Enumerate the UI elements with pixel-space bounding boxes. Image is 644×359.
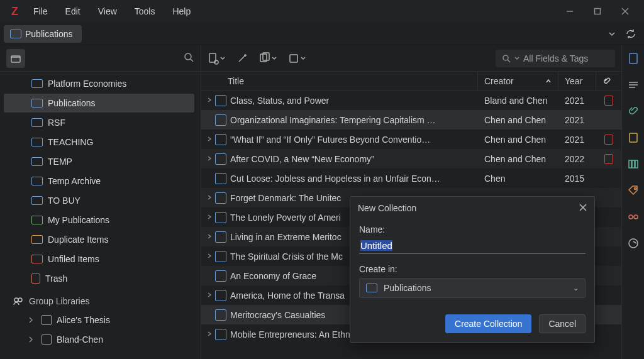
- sidebar-item[interactable]: Unfiled Items: [4, 250, 194, 268]
- svg-point-5: [185, 53, 191, 60]
- sidebar-item-label: TO BUY: [48, 196, 80, 206]
- new-item-icon[interactable]: [208, 52, 225, 65]
- abstract-icon[interactable]: [626, 78, 640, 92]
- svg-point-29: [634, 215, 638, 219]
- expand-chevron-icon[interactable]: [205, 136, 214, 143]
- menu-tools[interactable]: Tools: [126, 0, 164, 23]
- column-title[interactable]: Title: [201, 72, 478, 90]
- folder-icon: [31, 118, 43, 127]
- expand-chevron-icon[interactable]: [205, 214, 214, 221]
- group-label: Bland-Chen: [57, 334, 103, 345]
- item-type-icon: [215, 290, 226, 301]
- maximize-button[interactable]: [584, 0, 611, 23]
- related-icon[interactable]: [626, 210, 640, 224]
- close-button[interactable]: [611, 0, 639, 23]
- tab-list-dropdown[interactable]: [602, 25, 621, 43]
- window-controls: [556, 0, 639, 23]
- name-input[interactable]: [359, 238, 586, 254]
- group-libraries-header[interactable]: Group Libraries: [0, 292, 198, 311]
- expand-chevron-icon[interactable]: [205, 292, 214, 299]
- item-year: 2021: [558, 135, 596, 145]
- sidebar-item[interactable]: TEMP: [4, 152, 194, 171]
- sidebar-item[interactable]: Trash: [4, 269, 194, 288]
- locate-icon[interactable]: [626, 236, 640, 250]
- expand-chevron-icon[interactable]: [205, 155, 214, 162]
- tab-publications[interactable]: Publications: [4, 25, 82, 43]
- new-collection-dialog: New Collection Name: Create in: Publicat…: [350, 196, 595, 343]
- expand-chevron-icon[interactable]: [205, 233, 214, 240]
- column-creator[interactable]: Creator: [478, 72, 558, 90]
- svg-rect-25: [632, 160, 635, 168]
- sidebar-item-label: Platform Economies: [48, 79, 126, 89]
- sidebar-item-label: Duplicate Items: [48, 235, 108, 245]
- collections-tree[interactable]: Platform EconomiesPublicationsRSFTEACHIN…: [0, 72, 201, 359]
- sidebar-item[interactable]: Temp Archive: [4, 172, 194, 191]
- attachments-icon[interactable]: [626, 104, 640, 118]
- item-creator: Bland and Chen: [478, 96, 558, 106]
- sidebar-item[interactable]: Publications: [4, 94, 194, 113]
- item-year: 2015: [558, 174, 596, 184]
- dialog-title: New Collection: [358, 203, 416, 213]
- sync-icon[interactable]: [621, 25, 640, 43]
- item-title: After COVID, a New “New Economy”: [230, 154, 478, 164]
- sidebar-item[interactable]: TEACHING: [4, 133, 194, 152]
- sidebar-item[interactable]: TO BUY: [4, 191, 194, 210]
- menu-view[interactable]: View: [89, 0, 126, 23]
- expand-chevron-icon[interactable]: [205, 253, 214, 260]
- libraries-icon[interactable]: [626, 157, 640, 171]
- chevron-down-icon: ⌄: [573, 284, 579, 292]
- item-type-icon: [215, 251, 226, 262]
- create-in-select[interactable]: Publications ⌄: [359, 278, 586, 298]
- item-row[interactable]: “What If” and “If Only” Futures Beyond C…: [201, 130, 621, 149]
- column-attachment[interactable]: [596, 72, 621, 90]
- menu-edit[interactable]: Edit: [57, 0, 89, 23]
- expand-chevron-icon[interactable]: [205, 331, 214, 338]
- expand-chevron-icon[interactable]: [205, 97, 214, 104]
- item-row[interactable]: Organizational Imaginaries: Tempering Ca…: [201, 110, 621, 130]
- notes-icon[interactable]: [626, 131, 640, 145]
- expand-chevron-icon[interactable]: [205, 194, 214, 201]
- item-row[interactable]: Class, Status, and PowerBland and Chen20…: [201, 91, 621, 110]
- tags-icon[interactable]: [626, 184, 640, 197]
- dialog-close-icon[interactable]: [579, 203, 587, 213]
- sidebar-item-label: Unfiled Items: [48, 254, 99, 264]
- folder-icon: [31, 99, 43, 108]
- sidebar-item[interactable]: Duplicate Items: [4, 230, 194, 249]
- attach-icon[interactable]: [259, 52, 277, 65]
- sidebar-item-label: Publications: [48, 98, 96, 108]
- item-details-rail: [621, 45, 644, 359]
- cancel-button[interactable]: Cancel: [539, 314, 586, 333]
- svg-line-32: [633, 241, 636, 243]
- magic-wand-icon[interactable]: [236, 53, 248, 64]
- new-collection-icon[interactable]: [6, 49, 25, 68]
- items-search[interactable]: All Fields & Tags: [496, 50, 615, 67]
- svg-rect-1: [595, 9, 601, 14]
- items-toolbar: All Fields & Tags: [201, 45, 621, 72]
- sidebar-item-label: Trash: [45, 273, 67, 284]
- menu-file[interactable]: File: [25, 0, 57, 23]
- sidebar-item-label: RSF: [48, 118, 65, 128]
- group-label: Alice's Thesis: [57, 315, 110, 325]
- group-library-item[interactable]: Bland-Chen: [4, 330, 194, 349]
- item-creator: Chen and Chen: [478, 135, 558, 145]
- create-collection-button[interactable]: Create Collection: [445, 314, 531, 333]
- group-library-item[interactable]: Alice's Thesis: [4, 311, 194, 329]
- tab-label: Publications: [25, 29, 73, 39]
- column-year[interactable]: Year: [558, 72, 596, 90]
- collections-search-icon[interactable]: [183, 52, 194, 65]
- sidebar-item[interactable]: Platform Economies: [4, 74, 194, 93]
- minimize-button[interactable]: [556, 0, 584, 23]
- menu-help[interactable]: Help: [164, 0, 199, 23]
- sort-asc-icon: [545, 78, 552, 84]
- sidebar-item[interactable]: My Publications: [4, 211, 194, 229]
- item-row[interactable]: After COVID, a New “New Economy”Chen and…: [201, 149, 621, 168]
- folder-icon: [31, 157, 43, 166]
- item-attachment: [596, 154, 621, 164]
- folder-icon: [31, 196, 43, 205]
- note-icon[interactable]: [288, 53, 306, 64]
- item-row[interactable]: Cut Loose: Jobless and Hopeless in an Un…: [201, 168, 621, 188]
- svg-rect-26: [635, 160, 638, 168]
- sidebar-item[interactable]: RSF: [4, 113, 194, 132]
- item-type-icon: [215, 270, 226, 282]
- info-icon[interactable]: [626, 52, 640, 65]
